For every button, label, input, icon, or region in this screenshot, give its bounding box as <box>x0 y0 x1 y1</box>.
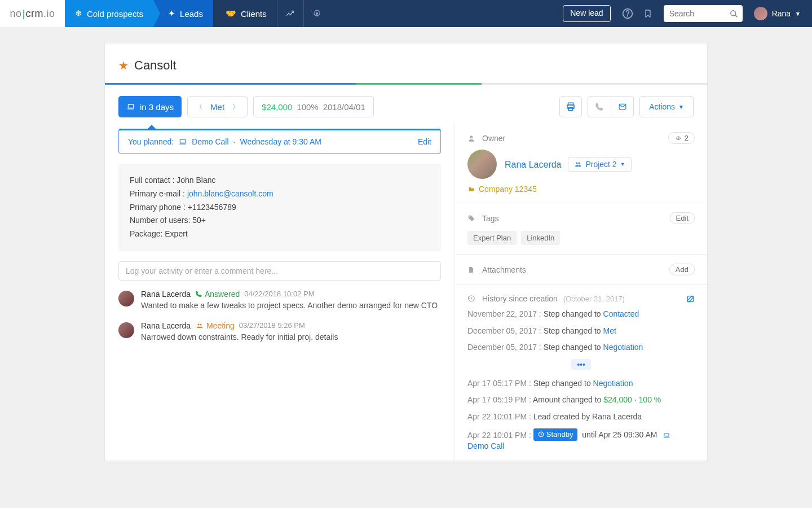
logo[interactable]: no|crm.io <box>0 0 65 27</box>
owner-section: Owner 2 Rana Lacerda Project 2 ▼ <box>455 123 707 203</box>
email-button[interactable] <box>611 97 633 117</box>
caret-down-icon: ▼ <box>795 11 801 17</box>
file-icon <box>467 266 476 274</box>
user-name: Rana <box>772 9 791 18</box>
user-menu[interactable]: Rana ▼ <box>748 0 812 27</box>
user-avatar <box>754 7 767 20</box>
activity-timestamp: 04/22/2018 10:02 PM <box>244 290 314 298</box>
eye-icon <box>674 135 682 141</box>
chevron-right-icon[interactable]: 〉 <box>232 102 239 112</box>
history-section: History since creation (October 31, 2017… <box>455 285 707 461</box>
dot-separator: · <box>233 137 236 146</box>
lead-toolbar: in 3 days 〈 Met 〉 $24,000 100% 2018/04/0… <box>105 85 707 123</box>
planned-type[interactable]: Demo Call <box>192 137 228 146</box>
users-icon <box>574 161 582 168</box>
lead-header: ★ Cansolt <box>105 43 707 83</box>
search-icon[interactable] <box>730 10 738 18</box>
pipeline-progress <box>105 83 707 85</box>
planned-edit-link[interactable]: Edit <box>418 137 431 146</box>
caret-down-icon: ▼ <box>678 104 684 110</box>
step-label: Met <box>210 102 224 112</box>
svg-point-11 <box>200 323 201 325</box>
history-more-button[interactable]: ••• <box>571 359 591 370</box>
chevron-left-icon[interactable]: 〈 <box>196 102 202 112</box>
activity-avatar <box>118 322 134 338</box>
activity-author: Rana Lacerda <box>141 290 191 299</box>
history-edit-button[interactable] <box>686 295 695 303</box>
owner-name-link[interactable]: Rana Lacerda <box>505 160 562 169</box>
project-dropdown[interactable]: Project 2 ▼ <box>568 157 631 172</box>
main-nav: ❄ Cold prospects ✦ Leads 🤝 Clients <box>65 0 277 27</box>
owner-avatar <box>467 150 497 179</box>
company-link[interactable]: Company 12345 <box>467 185 695 194</box>
activity-log-input[interactable]: Log your activity or enter a comment her… <box>118 261 441 281</box>
nav-cold-prospects[interactable]: ❄ Cold prospects <box>65 0 153 27</box>
svg-point-0 <box>316 12 318 15</box>
clock-icon <box>538 431 544 437</box>
settings-icon[interactable] <box>304 0 330 27</box>
nav-label: Clients <box>241 9 267 19</box>
actions-label: Actions <box>649 102 675 111</box>
planned-when[interactable]: Wednesday at 9:30 AM <box>240 137 321 146</box>
tags-section: Tags Edit Expert PlanLinkedIn <box>455 203 707 255</box>
standby-badge: Standby <box>533 428 578 441</box>
svg-point-2 <box>627 16 628 16</box>
tag-icon <box>467 214 476 222</box>
history-icon <box>467 295 476 303</box>
history-demo-link[interactable]: Demo Call <box>467 441 504 450</box>
history-step-link[interactable]: Met <box>603 326 616 335</box>
history-label: History since creation <box>482 294 558 303</box>
activity-avatar <box>118 291 134 306</box>
svg-rect-9 <box>180 139 186 143</box>
attachments-section: Attachments Add <box>455 255 707 285</box>
attachments-label: Attachments <box>482 265 526 274</box>
bookmark-icon[interactable] <box>638 0 658 27</box>
views-pill[interactable]: 2 <box>668 132 695 144</box>
activity-status: Answered <box>195 290 240 299</box>
analytics-icon[interactable] <box>277 0 303 27</box>
planned-activity-box: You planned: Demo Call · Wednesday at 9:… <box>118 129 441 154</box>
deal-date: 2018/04/01 <box>323 102 365 112</box>
due-pill[interactable]: in 3 days <box>118 96 182 117</box>
search-box <box>664 0 743 27</box>
history-step-link[interactable]: Negotiation <box>593 379 633 388</box>
contact-buttons <box>588 96 634 117</box>
tag-chip[interactable]: LinkedIn <box>521 231 560 245</box>
step-selector[interactable]: 〈 Met 〉 <box>187 96 248 117</box>
history-row: December 05, 2017 : Step changed to Nego… <box>467 342 695 353</box>
activity-text: Narrowed down constraints. Ready for ini… <box>141 332 441 341</box>
contact-email-link[interactable]: john.blanc@cansolt.com <box>187 189 273 198</box>
contact-details: Full contact : John Blanc Primary e-mail… <box>118 164 441 251</box>
owner-label: Owner <box>482 134 505 143</box>
print-button[interactable] <box>559 96 582 117</box>
nav-leads[interactable]: ✦ Leads <box>153 0 213 27</box>
history-row: Apr 22 10:01 PM : Lead created by Rana L… <box>467 411 695 423</box>
activity-author: Rana Lacerda <box>141 321 191 330</box>
nav-label: Leads <box>180 9 203 19</box>
lead-left-column: You planned: Demo Call · Wednesday at 9:… <box>105 123 454 461</box>
history-step-link[interactable]: Contacted <box>603 309 639 318</box>
history-row: December 05, 2017 : Step changed to Met <box>467 326 695 337</box>
svg-point-15 <box>579 163 580 164</box>
actions-dropdown[interactable]: Actions ▼ <box>639 96 694 117</box>
phone-button[interactable] <box>588 97 611 117</box>
deal-amount: $24,000 <box>262 102 292 112</box>
svg-rect-19 <box>664 433 669 437</box>
laptop-icon <box>126 103 135 111</box>
activity-status: Meeting <box>195 321 235 330</box>
star-icon[interactable]: ★ <box>118 59 129 72</box>
attachments-add-button[interactable]: Add <box>669 264 695 275</box>
svg-point-16 <box>469 216 470 217</box>
tags-edit-button[interactable]: Edit <box>670 212 695 224</box>
svg-point-3 <box>731 10 736 15</box>
nav-clients[interactable]: 🤝 Clients <box>213 0 277 27</box>
tag-chip[interactable]: Expert Plan <box>467 231 517 245</box>
help-icon[interactable] <box>617 0 638 27</box>
svg-rect-4 <box>128 104 133 108</box>
svg-point-12 <box>470 135 473 138</box>
due-label: in 3 days <box>140 102 174 112</box>
planned-label: You planned: <box>128 137 174 146</box>
history-step-link[interactable]: Negotiation <box>603 343 643 352</box>
tags-label: Tags <box>482 214 499 223</box>
new-lead-button[interactable]: New lead <box>563 5 610 22</box>
